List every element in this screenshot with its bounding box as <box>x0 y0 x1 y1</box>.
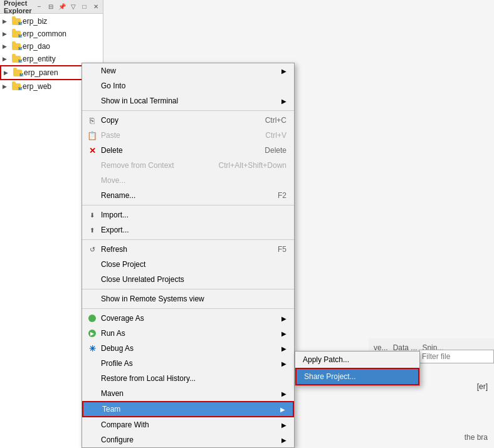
folder-icon <box>11 81 21 91</box>
submenu-item-share-project[interactable]: Share Project... <box>295 368 419 385</box>
menu-item-show-local-terminal[interactable]: Show in Local Terminal ▶ <box>82 93 294 108</box>
stack-button[interactable]: ⊟ <box>46 2 56 12</box>
menu-item-compare-with[interactable]: Compare With ▶ <box>82 417 294 432</box>
separator-1 <box>82 110 294 111</box>
tree-arrow: ▶ <box>3 18 10 24</box>
folder-icon <box>11 41 21 51</box>
context-menu: New ▶ Go Into Show in Local Terminal ▶ ⎘… <box>81 63 295 448</box>
bracket-label: [er] <box>477 382 488 391</box>
panel-header: Project Explorer − ⊟ 📌 ▽ □ ✕ <box>0 0 103 14</box>
folder-icon <box>11 29 21 39</box>
menu-item-delete[interactable]: ✕ Delete Delete <box>82 143 294 158</box>
menu-item-copy[interactable]: ⎘ Copy Ctrl+C <box>82 113 294 128</box>
copy-icon: ⎘ <box>87 115 97 125</box>
export-icon: ⬆ <box>87 225 97 235</box>
submenu-arrow: ▶ <box>281 68 286 75</box>
tree-arrow: ▶ <box>3 56 10 62</box>
view-menu-button[interactable]: ▽ <box>68 2 78 12</box>
menu-item-maven[interactable]: Maven ▶ <box>82 386 294 401</box>
tree-item-erp-common[interactable]: ▶ erp_common <box>0 28 103 40</box>
submenu-arrow: ▶ <box>281 330 286 337</box>
menu-item-rename[interactable]: Rename... F2 <box>82 188 294 203</box>
menu-item-close-unrelated[interactable]: Close Unrelated Projects <box>82 272 294 287</box>
debug-icon: ✳ <box>87 343 97 353</box>
bottom-text: the bra <box>465 433 488 442</box>
submenu-arrow: ▶ <box>281 390 286 397</box>
delete-icon: ✕ <box>87 145 97 155</box>
menu-item-new[interactable]: New ▶ <box>82 63 294 78</box>
filter-file-input[interactable] <box>419 350 494 363</box>
coverage-icon <box>87 313 97 323</box>
run-icon: ▶ <box>87 328 97 338</box>
submenu-arrow: ▶ <box>281 437 286 444</box>
menu-item-coverage-as[interactable]: Coverage As ▶ <box>82 311 294 326</box>
submenu-arrow: ▶ <box>281 345 286 352</box>
folder-icon <box>11 54 21 64</box>
menu-item-export[interactable]: ⬆ Export... <box>82 222 294 237</box>
pin-button[interactable]: 📌 <box>57 2 67 12</box>
submenu-item-apply-patch[interactable]: Apply Patch... <box>295 352 419 368</box>
tree-item-erp-dao[interactable]: ▶ erp_dao <box>0 40 103 53</box>
tree-label-erp-parent: erp_paren <box>24 68 58 77</box>
tree-label-erp-web: erp_web <box>23 82 51 91</box>
submenu-arrow: ▶ <box>281 315 286 322</box>
submenu-arrow: ▶ <box>281 422 286 429</box>
tree-label-erp-dao: erp_dao <box>23 42 50 51</box>
separator-2 <box>82 205 294 206</box>
paste-icon: 📋 <box>87 130 97 140</box>
menu-item-run-as[interactable]: ▶ Run As ▶ <box>82 326 294 341</box>
tree-arrow: ▶ <box>3 31 10 37</box>
menu-item-close-project[interactable]: Close Project <box>82 257 294 272</box>
apply-patch-label: Apply Patch... <box>303 355 349 364</box>
separator-3 <box>82 239 294 240</box>
menu-item-profile-as[interactable]: Profile As ▶ <box>82 356 294 371</box>
tree-label-erp-entity: erp_entity <box>23 55 56 63</box>
separator-4 <box>82 289 294 289</box>
tree-arrow: ▶ <box>3 83 10 90</box>
tree-item-erp-biz[interactable]: ▶ erp_biz <box>0 15 103 28</box>
tree-label-erp-biz: erp_biz <box>23 17 47 26</box>
panel-icons: − ⊟ 📌 ▽ □ ✕ <box>34 2 101 12</box>
menu-item-debug-as[interactable]: ✳ Debug As ▶ <box>82 341 294 356</box>
menu-item-move[interactable]: Move... <box>82 173 294 188</box>
submenu-arrow: ▶ <box>280 406 285 413</box>
share-project-label: Share Project... <box>304 372 356 381</box>
menu-item-restore-local[interactable]: Restore from Local History... <box>82 371 294 386</box>
menu-item-remove-context[interactable]: Remove from Context Ctrl+Alt+Shift+Down <box>82 158 294 173</box>
submenu-arrow: ▶ <box>281 98 286 105</box>
close-button[interactable]: ✕ <box>91 2 101 12</box>
team-submenu: Apply Patch... Share Project... <box>295 351 420 386</box>
menu-item-import[interactable]: ⬇ Import... <box>82 207 294 222</box>
separator-5 <box>82 308 294 309</box>
menu-item-configure[interactable]: Configure ▶ <box>82 432 294 447</box>
panel-title: Project Explorer <box>4 0 32 14</box>
menu-item-team[interactable]: Team ▶ <box>82 401 294 417</box>
menu-item-go-into[interactable]: Go Into <box>82 78 294 93</box>
tree-label-erp-common: erp_common <box>23 29 66 38</box>
menu-item-show-remote[interactable]: Show in Remote Systems view <box>82 291 294 306</box>
refresh-icon: ↺ <box>87 244 97 254</box>
menu-item-paste[interactable]: 📋 Paste Ctrl+V <box>82 128 294 143</box>
folder-icon <box>13 68 23 78</box>
menu-item-refresh[interactable]: ↺ Refresh F5 <box>82 242 294 257</box>
folder-icon <box>11 16 21 26</box>
tree-arrow: ▶ <box>3 43 10 49</box>
minimize-button[interactable]: − <box>34 2 45 12</box>
import-icon: ⬇ <box>87 210 97 220</box>
restore-button[interactable]: □ <box>80 2 90 12</box>
tree-arrow: ▶ <box>4 70 11 76</box>
submenu-arrow: ▶ <box>281 360 286 367</box>
